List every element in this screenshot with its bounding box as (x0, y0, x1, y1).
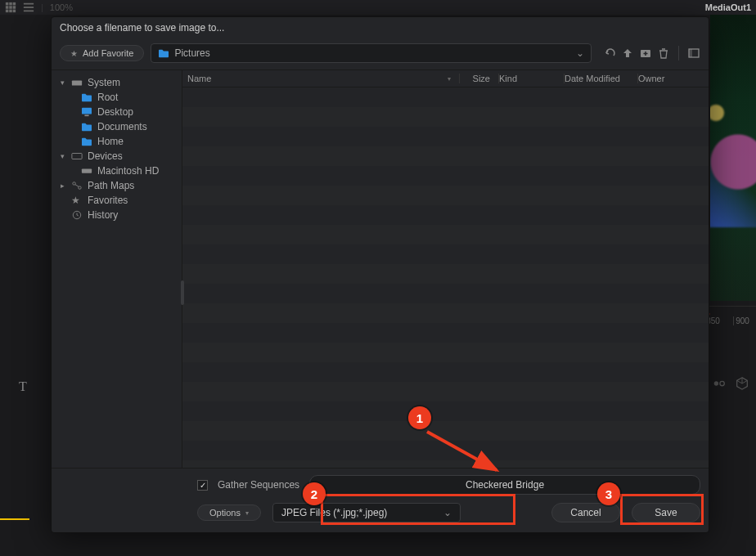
splitter-handle[interactable] (181, 280, 184, 305)
gather-sequences-checkbox[interactable] (197, 480, 208, 491)
path-dropdown[interactable]: Pictures ⌄ (151, 43, 592, 63)
filename-input[interactable]: Checkered Bridge (309, 475, 700, 495)
list-icon[interactable] (23, 2, 34, 13)
grid-icon[interactable] (5, 2, 16, 13)
folder-icon (158, 48, 169, 58)
dialog-title: Choose a filename to save image to... (52, 17, 709, 40)
svg-rect-8 (13, 10, 16, 13)
save-dialog: Choose a filename to save image to... ★ … (51, 16, 709, 533)
text-tool[interactable]: T (15, 379, 31, 396)
folder-icon (81, 122, 92, 132)
gather-sequences-label: Gather Sequences (218, 479, 299, 491)
svg-rect-19 (84, 114, 88, 116)
svg-rect-21 (82, 168, 92, 173)
chevron-down-icon: ⌄ (576, 47, 584, 59)
tree-root[interactable]: Root (52, 90, 182, 105)
svg-rect-2 (13, 2, 16, 6)
tree-history[interactable]: ▸ History (52, 208, 182, 222)
undo-icon[interactable] (603, 47, 616, 60)
svg-rect-10 (24, 7, 34, 8)
new-folder-icon[interactable] (639, 47, 652, 60)
svg-rect-3 (6, 6, 9, 9)
chevron-right-icon: ▸ (58, 182, 66, 190)
node-dot-icon[interactable] (712, 376, 727, 391)
sort-chevron-icon: ▾ (448, 75, 451, 83)
svg-rect-5 (13, 6, 16, 9)
tree-favorites[interactable]: ▸ ★ Favorites (52, 193, 182, 208)
right-tool-cluster (712, 376, 749, 391)
svg-rect-0 (6, 2, 9, 6)
tree-system[interactable]: ▾ System (52, 75, 182, 90)
svg-rect-6 (6, 10, 9, 13)
column-headers[interactable]: Name▾ Size Kind Date Modified Owner (182, 70, 709, 87)
svg-rect-18 (82, 108, 92, 114)
star-icon: ★ (71, 195, 83, 206)
options-button[interactable]: Options ▾ (197, 504, 261, 521)
svg-rect-17 (72, 80, 82, 85)
path-label: Pictures (174, 47, 209, 59)
star-icon: ★ (70, 49, 78, 58)
svg-rect-11 (24, 11, 34, 12)
node-name: MediaOut1 (705, 2, 751, 12)
dialog-toolbar: ★ Add Favorite Pictures ⌄ (52, 40, 709, 70)
svg-point-22 (73, 182, 75, 185)
clock-icon (71, 210, 83, 220)
graph-icon (71, 181, 83, 191)
tree-macintosh-hd[interactable]: Macintosh HD (52, 164, 182, 178)
svg-rect-9 (24, 3, 34, 5)
svg-rect-1 (9, 2, 12, 6)
tree-path-maps[interactable]: ▸ Path Maps (52, 178, 182, 193)
folder-icon (81, 137, 92, 146)
save-button[interactable]: Save (632, 503, 700, 522)
cancel-button[interactable]: Cancel (551, 503, 620, 522)
cube-icon[interactable] (735, 376, 749, 391)
desktop-icon (81, 107, 92, 117)
app-top-toolbar: | 100% MediaOut1 (0, 0, 756, 15)
drive-icon (71, 78, 83, 87)
tree-home[interactable]: Home (52, 134, 182, 149)
chevron-down-icon: ⌄ (443, 507, 452, 518)
devices-icon (71, 151, 83, 161)
svg-point-13 (720, 381, 724, 385)
chevron-down-icon: ▾ (58, 78, 66, 87)
folder-icon (81, 92, 92, 102)
chevron-down-icon: ▾ (58, 152, 66, 160)
svg-rect-4 (9, 6, 12, 9)
file-list: Name▾ Size Kind Date Modified Owner (182, 70, 709, 468)
trash-icon[interactable] (657, 47, 670, 60)
file-rows[interactable] (182, 87, 709, 468)
up-icon[interactable] (621, 47, 634, 60)
dialog-footer: Gather Sequences Checkered Bridge Option… (52, 468, 709, 532)
chevron-down-icon: ▾ (245, 509, 249, 517)
timeline-strip (0, 518, 43, 520)
svg-rect-16 (689, 49, 692, 57)
file-format-dropdown[interactable]: JPEG Files (*.jpg;*.jpeg) ⌄ (272, 503, 461, 522)
hdd-icon (81, 166, 92, 176)
svg-rect-20 (72, 154, 82, 159)
preview-viewer (710, 15, 756, 301)
add-favorite-button[interactable]: ★ Add Favorite (60, 45, 144, 61)
tree-documents[interactable]: Documents (52, 119, 182, 134)
zoom-readout: 100% (50, 2, 73, 12)
tree-devices[interactable]: ▾ Devices (52, 149, 182, 164)
places-sidebar: ▾ System Root Desktop Documents Home (52, 70, 182, 468)
svg-rect-7 (9, 10, 12, 13)
svg-point-12 (714, 381, 718, 385)
tree-desktop[interactable]: Desktop (52, 105, 182, 119)
svg-point-23 (79, 186, 81, 189)
thumbnail-view-icon[interactable] (687, 47, 700, 60)
